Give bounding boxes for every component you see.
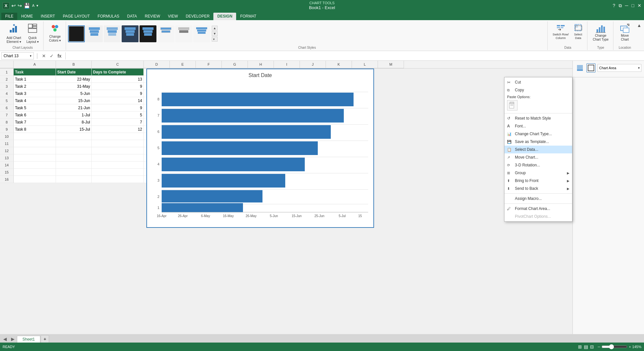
col-header-g[interactable]: G — [222, 61, 248, 68]
cell-b8[interactable]: 8-Jul — [56, 119, 92, 126]
cell-b3[interactable]: 31-May — [56, 83, 92, 90]
cell-b1[interactable]: Start Date — [56, 69, 92, 76]
row-header-5[interactable]: 5 — [0, 97, 14, 104]
change-chart-type-button[interactable]: ChangeChart Type — [591, 22, 610, 43]
tab-view[interactable]: VIEW — [164, 13, 182, 20]
col-header-f[interactable]: F — [196, 61, 222, 68]
quick-layout-button[interactable]: QuickLayout ▾ — [24, 22, 41, 45]
zoom-level[interactable]: 145% — [632, 345, 641, 349]
col-header-i[interactable]: I — [274, 61, 300, 68]
cell-c2[interactable]: 13 — [92, 76, 144, 83]
row-header-10[interactable]: 10 — [0, 133, 14, 140]
tab-design[interactable]: DESIGN — [213, 13, 236, 20]
styles-scroll-up[interactable]: ▲ — [212, 26, 218, 31]
zoom-in-icon[interactable]: + — [629, 345, 631, 349]
undo-icon[interactable]: ↩ — [11, 3, 16, 9]
cell-c1[interactable]: Days to Complete — [92, 69, 144, 76]
style-swatch-5[interactable] — [140, 25, 156, 42]
ctx-item-cut[interactable]: ✂ Cut — [504, 78, 572, 86]
cancel-formula-btn[interactable]: ✕ — [41, 53, 47, 59]
row-header-2[interactable]: 2 — [0, 76, 14, 83]
style-swatch-2[interactable] — [86, 25, 103, 42]
row-header-11[interactable]: 11 — [0, 140, 14, 147]
ctx-item-font[interactable]: A Font... — [504, 122, 572, 130]
confirm-formula-btn[interactable]: ✓ — [48, 53, 55, 59]
row-header-14[interactable]: 14 — [0, 162, 14, 169]
cell-c8[interactable]: 7 — [92, 119, 144, 126]
cell-c9[interactable]: 12 — [92, 126, 144, 133]
row-header-6[interactable]: 6 — [0, 104, 14, 111]
col-header-d[interactable]: D — [144, 61, 170, 68]
style-swatch-1[interactable] — [68, 25, 85, 42]
tab-home[interactable]: HOME — [17, 13, 37, 20]
styles-scroll-down[interactable]: ▼ — [212, 31, 218, 36]
help-icon[interactable]: ? — [613, 3, 615, 8]
cell-b9[interactable]: 15-Jul — [56, 126, 92, 133]
col-header-j[interactable]: J — [300, 61, 326, 68]
minimize-icon[interactable]: ─ — [625, 3, 628, 8]
row-header-8[interactable]: 8 — [0, 119, 14, 126]
ctx-item-select-data[interactable]: 📋 Select Data... — [504, 146, 572, 153]
insert-function-btn[interactable]: fx — [56, 53, 63, 59]
tab-file[interactable]: FILE — [1, 13, 17, 20]
redo-icon[interactable]: ↪ — [18, 3, 22, 9]
close-icon[interactable]: ✕ — [637, 3, 641, 8]
cell-c3[interactable]: 9 — [92, 83, 144, 90]
style-swatch-8[interactable] — [193, 25, 210, 42]
ctx-item-change-chart-type[interactable]: 📊 Change Chart Type... — [504, 130, 572, 138]
styles-scroll-more[interactable]: ▾ — [212, 37, 218, 42]
cell-c5[interactable]: 14 — [92, 97, 144, 104]
row-header-15[interactable]: 15 — [0, 169, 14, 176]
row-header-7[interactable]: 7 — [0, 111, 14, 119]
page-layout-view-icon[interactable]: ⊞ — [578, 344, 582, 349]
normal-view-icon[interactable]: ▤ — [584, 344, 588, 349]
cell-a8[interactable]: Task 7 — [14, 119, 56, 126]
switch-row-col-button[interactable]: Switch Row/Column — [551, 22, 570, 41]
style-swatch-6[interactable] — [157, 25, 174, 42]
cell-a2[interactable]: Task 1 — [14, 76, 56, 83]
col-header-e[interactable]: E — [170, 61, 196, 68]
ctx-item-3d-rotation[interactable]: ⟳ 3-D Rotation... — [504, 161, 572, 169]
ctx-item-send-to-back[interactable]: ⬇ Send to Back ▶ — [504, 185, 572, 192]
outline-icon-btn[interactable] — [586, 63, 596, 72]
col-header-k[interactable]: K — [326, 61, 352, 68]
cell-b7[interactable]: 1-Jul — [56, 111, 92, 119]
zoom-slider[interactable] — [601, 344, 627, 349]
tab-formulas[interactable]: FORMULAS — [94, 13, 123, 20]
sheet-nav-right[interactable]: ▶ — [9, 335, 17, 343]
select-data-button[interactable]: SelectData — [571, 22, 584, 41]
cell-b2[interactable]: 22-May — [56, 76, 92, 83]
cell-a9[interactable]: Task 8 — [14, 126, 56, 133]
row-header-1[interactable]: 1 — [0, 69, 14, 76]
tab-data[interactable]: DATA — [123, 13, 141, 20]
ctx-item-save-template[interactable]: 💾 Save as Template... — [504, 138, 572, 146]
col-header-a[interactable]: A — [14, 61, 56, 68]
sheet-nav-left[interactable]: ◀ — [1, 335, 9, 343]
col-header-b[interactable]: B — [56, 61, 92, 68]
cell-a4[interactable]: Task 3 — [14, 90, 56, 97]
cell-a6[interactable]: Task 5 — [14, 104, 56, 111]
col-header-l[interactable]: L — [352, 61, 378, 68]
style-swatch-3[interactable] — [104, 25, 121, 42]
tab-developer[interactable]: DEVELOPER — [182, 13, 213, 20]
cell-a5[interactable]: Task 4 — [14, 97, 56, 104]
ctx-item-format-chart-area[interactable]: 🖊 Format Chart Area... — [504, 205, 572, 213]
style-swatch-7[interactable] — [175, 25, 192, 42]
row-header-4[interactable]: 4 — [0, 90, 14, 97]
cell-b4[interactable]: 5-Jun — [56, 90, 92, 97]
move-chart-button[interactable]: MoveChart — [617, 22, 633, 43]
ctx-item-reset-style[interactable]: ↺ Reset to Match Style — [504, 114, 572, 122]
row-header-12[interactable]: 12 — [0, 147, 14, 154]
qat-dropdown[interactable]: ▾ — [36, 4, 38, 8]
ctx-item-assign-macro[interactable]: Assign Macro... — [504, 195, 572, 202]
add-sheet-button[interactable]: + — [41, 335, 49, 343]
ctx-item-pivotchart[interactable]: PivotChart Options... — [504, 213, 572, 220]
cell-c6[interactable]: 9 — [92, 104, 144, 111]
restore-icon[interactable]: ⧉ — [619, 3, 622, 8]
ctx-item-copy[interactable]: ⧉ Copy — [504, 86, 572, 94]
cell-b6[interactable]: 21-Jun — [56, 104, 92, 111]
tab-insert[interactable]: INSERT — [37, 13, 59, 20]
row-header-9[interactable]: 9 — [0, 126, 14, 133]
select-all-corner[interactable] — [0, 61, 14, 68]
zoom-out-icon[interactable]: ─ — [598, 345, 600, 349]
